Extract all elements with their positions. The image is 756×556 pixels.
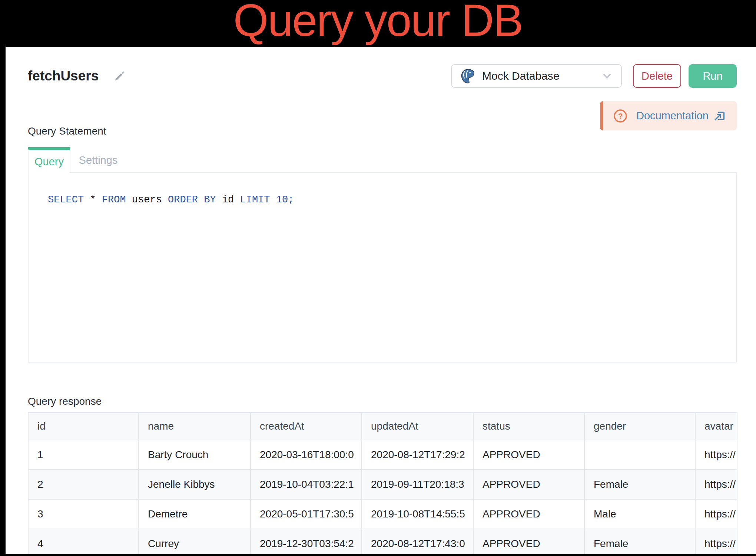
- table-cell: https://: [695, 440, 737, 470]
- table-header-row: idnamecreatedAtupdatedAtstatusgenderavat…: [28, 413, 737, 440]
- sql-token: ORDER BY: [168, 194, 216, 205]
- query-name-title: fetchUsers: [28, 68, 99, 84]
- postgresql-icon: [460, 68, 475, 84]
- column-header-id: id: [28, 413, 139, 440]
- sql-token: LIMIT: [240, 194, 270, 205]
- sql-token: FROM: [102, 194, 126, 205]
- edit-pencil-icon[interactable]: [114, 70, 125, 82]
- sql-token: 10;: [276, 194, 294, 205]
- sql-code-line: SELECT * FROM users ORDER BY id LIMIT 10…: [48, 194, 736, 205]
- table-cell: APPROVED: [473, 499, 584, 529]
- table-cell: Female: [584, 529, 695, 554]
- table-row: 2Jenelle Kibbys2019-10-04T03:22:12019-09…: [28, 470, 737, 499]
- table-cell: 2019-12-30T03:54:2: [251, 529, 362, 554]
- header-controls: Mock Database Delete Run: [451, 64, 737, 88]
- table-cell: https://: [695, 499, 737, 529]
- delete-button[interactable]: Delete: [633, 64, 681, 88]
- sql-token: id: [216, 194, 240, 205]
- table-row: 3Demetre2020-05-01T17:30:52019-10-08T14:…: [28, 499, 737, 529]
- column-header-avatar: avatar: [695, 413, 737, 440]
- run-button[interactable]: Run: [689, 64, 737, 88]
- table-cell: 2019-09-11T20:18:3: [362, 470, 473, 499]
- tab-query[interactable]: Query: [28, 147, 70, 173]
- column-header-updatedAt: updatedAt: [362, 413, 473, 440]
- column-header-gender: gender: [584, 413, 695, 440]
- table-cell: APPROVED: [473, 440, 584, 470]
- table-cell: 2020-08-12T17:29:2: [362, 440, 473, 470]
- table-cell: 2019-10-04T03:22:1: [251, 470, 362, 499]
- table-cell: 2019-10-08T14:55:5: [362, 499, 473, 529]
- table-cell: https://: [695, 529, 737, 554]
- table-cell: 2020-03-16T18:00:0: [251, 440, 362, 470]
- app-header: fetchUsers Mock Database Delete Run: [28, 64, 737, 88]
- database-select[interactable]: Mock Database: [451, 64, 622, 88]
- table-cell: APPROVED: [473, 529, 584, 554]
- table-cell: [584, 440, 695, 470]
- table-row: 1Barty Crouch2020-03-16T18:00:02020-08-1…: [28, 440, 737, 470]
- table-cell: Male: [584, 499, 695, 529]
- sql-token: users: [126, 194, 168, 205]
- table-cell: Female: [584, 470, 695, 499]
- column-header-status: status: [473, 413, 584, 440]
- query-response-table: idnamecreatedAtupdatedAtstatusgenderavat…: [28, 412, 737, 554]
- table-cell: 2020-08-12T17:43:0: [362, 529, 473, 554]
- table-cell: Barty Crouch: [139, 440, 251, 470]
- chevron-down-icon: [601, 70, 613, 82]
- sql-token: [270, 194, 276, 205]
- app-panel: fetchUsers Mock Database Delete Run: [6, 47, 756, 554]
- sql-token: SELECT: [48, 194, 84, 205]
- table-cell: 1: [28, 440, 139, 470]
- query-response-label: Query response: [28, 396, 737, 407]
- table-cell: 2020-05-01T17:30:5: [251, 499, 362, 529]
- column-header-name: name: [139, 413, 251, 440]
- tab-settings[interactable]: Settings: [70, 147, 126, 173]
- help-circle-icon: ?: [613, 109, 627, 123]
- table-cell: 2: [28, 470, 139, 499]
- table-row: 4Currey2019-12-30T03:54:22020-08-12T17:4…: [28, 529, 737, 554]
- sql-token: *: [84, 194, 102, 205]
- table-cell: 3: [28, 499, 139, 529]
- table-cell: https://: [695, 470, 737, 499]
- column-header-createdAt: createdAt: [251, 413, 362, 440]
- table-cell: APPROVED: [473, 470, 584, 499]
- table-cell: Demetre: [139, 499, 251, 529]
- table-cell: Currey: [139, 529, 251, 554]
- database-select-value: Mock Database: [482, 70, 559, 82]
- banner-title: Query your DB: [233, 0, 523, 47]
- top-banner: Query your DB: [0, 0, 756, 47]
- svg-text:?: ?: [618, 112, 623, 120]
- documentation-label: Documentation: [636, 110, 709, 122]
- external-link-icon: [714, 110, 726, 122]
- table-cell: 4: [28, 529, 139, 554]
- sql-editor[interactable]: SELECT * FROM users ORDER BY id LIMIT 10…: [28, 172, 737, 363]
- table-cell: Jenelle Kibbys: [139, 470, 251, 499]
- documentation-link[interactable]: ? Documentation: [600, 101, 737, 130]
- tab-bar: QuerySettings: [28, 147, 737, 173]
